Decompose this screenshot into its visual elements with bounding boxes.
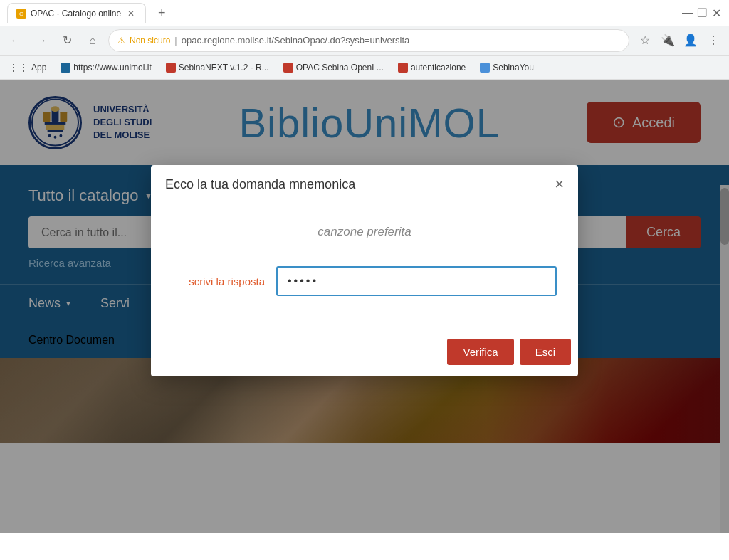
forward-button[interactable]: → [31,31,51,51]
bookmark-sebina-next-label: SebinaNEXT v.1.2 - R... [179,63,269,73]
svg-text:O: O [19,11,23,17]
bookmark-favicon-opac [283,63,293,73]
address-url: opac.regione.molise.it/SebinaOpac/.do?sy… [182,35,410,46]
security-warning-icon: ⚠ [117,36,125,46]
minimize-button[interactable]: — [682,7,693,19]
esci-button[interactable]: Esci [520,339,571,365]
modal-overlay: Ecco la tua domanda mnemonica × canzone … [0,80,729,533]
answer-label: scrivi la risposta [172,275,265,287]
bookmark-unimol[interactable]: https://www.unimol.it [58,61,154,74]
security-warning-text: Non sicuro [130,36,170,46]
mnemonic-modal: Ecco la tua domanda mnemonica × canzone … [151,165,578,376]
nav-actions: ☆ 🔌 👤 ⋮ [635,31,723,51]
tab-title: OPAC - Catalogo online [31,9,121,19]
modal-header: Ecco la tua domanda mnemonica × [151,165,578,204]
bookmark-favicon-unimol [61,63,70,73]
close-button[interactable]: ✕ [710,7,722,19]
extensions-button[interactable]: 🔌 [658,31,678,51]
modal-footer: Verifica Esci [151,339,578,376]
tab-close-btn[interactable]: ✕ [125,8,137,19]
tab-favicon: O [16,9,26,19]
mnemonic-question: canzone preferita [172,218,557,246]
bookmark-favicon-auth [398,63,408,73]
account-button[interactable]: 👤 [681,31,701,51]
bookmark-favicon-sebina-you [480,63,490,73]
bookmark-sebina-next[interactable]: SebinaNEXT v.1.2 - R... [163,61,272,74]
bookmark-opac-sebina[interactable]: OPAC Sebina OpenL... [280,61,387,74]
bookmark-sebina-you[interactable]: SebinaYou [477,61,537,74]
modal-body: canzone preferita scrivi la risposta [151,204,578,339]
maximize-button[interactable]: ❐ [696,7,708,19]
active-tab[interactable]: O OPAC - Catalogo online ✕ [7,3,146,23]
browser-window: O OPAC - Catalogo online ✕ + — ❐ ✕ ← → ↻… [0,0,729,80]
bookmark-unimol-label: https://www.unimol.it [73,63,151,73]
bookmark-sebina-you-label: SebinaYou [493,63,534,73]
menu-button[interactable]: ⋮ [703,31,723,51]
modal-close-button[interactable]: × [555,176,564,192]
address-divider: | [174,35,177,46]
bookmark-apps-label: App [31,63,46,73]
bookmark-opac-label: OPAC Sebina OpenL... [296,63,384,73]
new-tab-button[interactable]: + [152,3,172,23]
bookmark-autenticazione[interactable]: autenticazione [395,61,468,74]
bookmark-auth-label: autenticazione [411,63,466,73]
bookmark-apps[interactable]: ⋮⋮ App [6,60,49,75]
bookmark-star-button[interactable]: ☆ [635,31,655,51]
title-bar: O OPAC - Catalogo online ✕ + — ❐ ✕ [0,0,729,26]
window-controls: — ❐ ✕ [682,7,722,19]
back-button[interactable]: ← [6,31,26,51]
bookmarks-bar: ⋮⋮ App https://www.unimol.it SebinaNEXT … [0,56,729,80]
refresh-button[interactable]: ↻ [57,31,77,51]
modal-title: Ecco la tua domanda mnemonica [165,177,355,192]
address-bar[interactable]: ⚠ Non sicuro | opac.regione.molise.it/Se… [108,29,629,52]
answer-input[interactable] [276,266,557,296]
page-content: Università degli Studi del Molise Biblio… [0,80,729,533]
answer-row: scrivi la risposta [172,266,557,296]
home-button[interactable]: ⌂ [83,31,103,51]
nav-bar: ← → ↻ ⌂ ⚠ Non sicuro | opac.regione.moli… [0,26,729,56]
verifica-button[interactable]: Verifica [447,339,513,365]
bookmark-favicon-sebina-next [166,63,176,73]
apps-icon: ⋮⋮ [9,62,28,73]
